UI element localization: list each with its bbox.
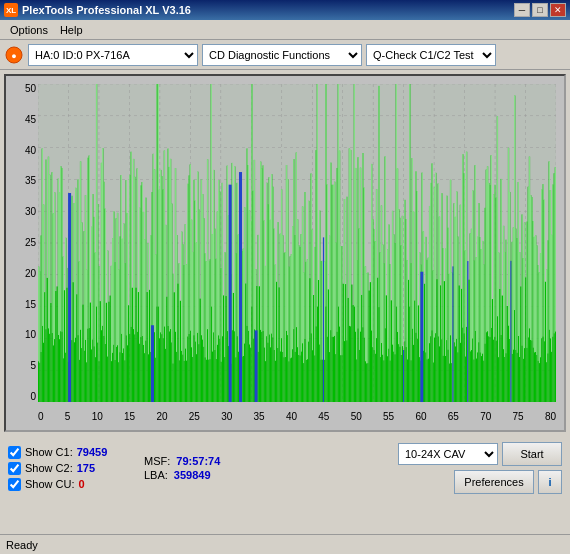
show-cu-checkbox[interactable] (8, 478, 21, 491)
chart-canvas (38, 84, 556, 402)
y-label-35: 35 (25, 176, 36, 186)
cu-value: 0 (79, 478, 85, 490)
show-c2-checkbox[interactable] (8, 462, 21, 475)
preferences-button[interactable]: Preferences (454, 470, 534, 494)
drive-icon: ● (4, 45, 24, 65)
lba-row: LBA: 359849 (144, 469, 382, 481)
x-label-65: 65 (448, 411, 459, 422)
y-label-25: 25 (25, 238, 36, 248)
x-label-5: 5 (65, 411, 71, 422)
x-label-0: 0 (38, 411, 44, 422)
x-label-40: 40 (286, 411, 297, 422)
x-axis: 0 5 10 15 20 25 30 35 40 45 50 55 60 65 … (38, 406, 556, 426)
lba-value: 359849 (174, 469, 211, 481)
y-label-10: 10 (25, 330, 36, 340)
title-bar-buttons: ─ □ ✕ (514, 3, 566, 17)
show-c2-label: Show C2: (25, 462, 73, 474)
msf-row: MSF: 79:57:74 (144, 455, 382, 467)
close-button[interactable]: ✕ (550, 3, 566, 17)
show-c2-item: Show C2: 175 (8, 462, 128, 475)
status-bar: Ready (0, 534, 570, 554)
y-label-5: 5 (30, 361, 36, 371)
show-cu-item: Show CU: 0 (8, 478, 128, 491)
y-label-40: 40 (25, 146, 36, 156)
chart-area: 50 45 40 35 30 25 20 15 10 5 0 0 5 10 15… (4, 74, 566, 432)
start-button[interactable]: Start (502, 442, 562, 466)
y-label-45: 45 (25, 115, 36, 125)
menu-help[interactable]: Help (54, 22, 89, 38)
x-label-70: 70 (480, 411, 491, 422)
window-title: PlexTools Professional XL V3.16 (22, 4, 191, 16)
toolbar: ● HA:0 ID:0 PX-716A CD Diagnostic Functi… (0, 40, 570, 70)
speed-select[interactable]: 10-24X CAV (398, 443, 498, 465)
drive-select[interactable]: HA:0 ID:0 PX-716A (28, 44, 198, 66)
y-label-0: 0 (30, 392, 36, 402)
y-label-15: 15 (25, 300, 36, 310)
y-label-20: 20 (25, 269, 36, 279)
stats-row-1: Show C1: 79459 Show C2: 175 Show CU: 0 M… (8, 442, 562, 494)
x-label-10: 10 (92, 411, 103, 422)
x-label-80: 80 (545, 411, 556, 422)
x-label-20: 20 (156, 411, 167, 422)
x-label-30: 30 (221, 411, 232, 422)
x-label-50: 50 (351, 411, 362, 422)
title-bar-left: XL PlexTools Professional XL V3.16 (4, 3, 191, 17)
show-c1-item: Show C1: 79459 (8, 446, 128, 459)
x-label-15: 15 (124, 411, 135, 422)
msf-label: MSF: (144, 455, 170, 467)
function-select[interactable]: CD Diagnostic Functions (202, 44, 362, 66)
speed-row: 10-24X CAV Start (398, 442, 562, 466)
x-label-75: 75 (513, 411, 524, 422)
right-controls: 10-24X CAV Start Preferences i (398, 442, 562, 494)
maximize-button[interactable]: □ (532, 3, 548, 17)
y-axis: 50 45 40 35 30 25 20 15 10 5 0 (6, 84, 38, 402)
msf-lba-group: MSF: 79:57:74 LBA: 359849 (144, 455, 382, 481)
show-c1-checkbox[interactable] (8, 446, 21, 459)
msf-value: 79:57:74 (176, 455, 220, 467)
bottom-panel: Show C1: 79459 Show C2: 175 Show CU: 0 M… (0, 436, 570, 500)
c1-value: 79459 (77, 446, 108, 458)
c2-value: 175 (77, 462, 95, 474)
test-select[interactable]: Q-Check C1/C2 Test (366, 44, 496, 66)
x-label-25: 25 (189, 411, 200, 422)
title-bar: XL PlexTools Professional XL V3.16 ─ □ ✕ (0, 0, 570, 20)
x-label-60: 60 (415, 411, 426, 422)
menu-options[interactable]: Options (4, 22, 54, 38)
pref-info-row: Preferences i (454, 470, 562, 494)
lba-label: LBA: (144, 469, 168, 481)
show-c1-label: Show C1: (25, 446, 73, 458)
x-label-35: 35 (254, 411, 265, 422)
svg-text:●: ● (11, 51, 16, 61)
menu-bar: Options Help (0, 20, 570, 40)
chart-inner (38, 84, 556, 402)
x-label-45: 45 (318, 411, 329, 422)
info-button[interactable]: i (538, 470, 562, 494)
status-text: Ready (6, 539, 38, 551)
x-label-55: 55 (383, 411, 394, 422)
y-label-50: 50 (25, 84, 36, 94)
minimize-button[interactable]: ─ (514, 3, 530, 17)
app-icon: XL (4, 3, 18, 17)
y-label-30: 30 (25, 207, 36, 217)
show-cu-label: Show CU: (25, 478, 75, 490)
